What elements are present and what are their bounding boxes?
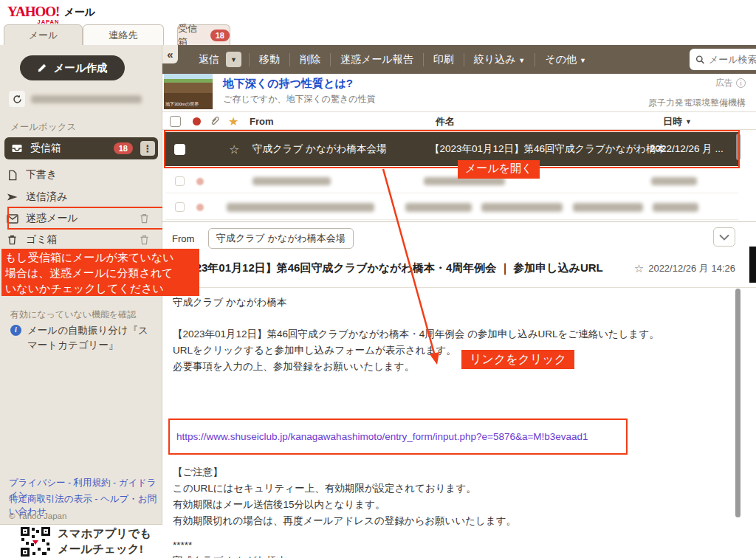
redacted-text [573, 203, 643, 212]
select-all-checkbox[interactable] [170, 112, 181, 131]
redacted-text [227, 203, 374, 212]
refresh-icon[interactable] [9, 91, 25, 107]
pencil-icon [37, 63, 47, 73]
yahoo-mail-page: YAHOO! JAPAN メール メール 連絡先 受信箱 18 メール作成 メー… [0, 0, 756, 558]
filter-button[interactable]: 絞り込み▼ [464, 53, 535, 66]
sidebar-item-drafts[interactable]: 下書き [6, 165, 157, 185]
qr-code [19, 526, 52, 558]
annotation-open-mail: メールを開く [458, 160, 540, 179]
ad-label-text: 広告 [715, 77, 733, 89]
inbox-count-badge: 18 [114, 142, 133, 154]
annotation-click-link: リンクをクリック [461, 350, 574, 369]
spam-note-line3: いないかチェックしてください [5, 280, 196, 296]
tab-inbox[interactable]: 受信箱 18 [177, 24, 230, 46]
yahoo-japan-logo[interactable]: YAHOO! JAPAN メール [7, 4, 95, 25]
other-button[interactable]: その他▼ [535, 53, 596, 66]
list-scrollbar[interactable] [736, 134, 740, 160]
redacted-text [653, 203, 698, 212]
spam-label: 迷惑メール [26, 212, 78, 225]
mail-row-redacted[interactable] [165, 169, 738, 193]
print-button[interactable]: 印刷 [424, 53, 464, 66]
sidebar-item-spam[interactable]: 迷惑メール [6, 209, 157, 228]
detail-date: 2022/12/26 月 14:26 [648, 262, 735, 275]
send-icon [6, 191, 18, 204]
entry-url-highlight-box: https://www.shuseiclub.jp/kanagawahashim… [168, 418, 628, 455]
row-checkbox[interactable] [174, 132, 185, 166]
sidebar-item-inbox[interactable]: 受信箱 18 ⋮ [4, 137, 158, 159]
smart-category-label: メールの自動振り分け『スマートカテゴリー』 [27, 323, 152, 352]
tab-mail-label: メール [29, 29, 58, 42]
annotation-spam-note: もし受信箱にメールが来ていない 場合は、迷惑メールに分類されて いないかチェック… [1, 249, 199, 296]
caret-down-icon: ▼ [518, 57, 525, 64]
mail-detail-pane: From 守成クラブ かながわ橋本会場 【2023年01月12日】第46回守成ク… [162, 221, 756, 558]
ad-label[interactable]: 広告i [715, 77, 746, 89]
detail-star-icon[interactable]: ☆ [634, 262, 644, 275]
row-date: 2022/12/26 月 ... [650, 132, 724, 166]
attachment-column[interactable] [210, 112, 219, 131]
inactive-features-heading: 有効になっていない機能を確認 [10, 309, 136, 321]
smart-category-link[interactable]: i メールの自動振り分け『スマートカテゴリー』 [10, 323, 152, 352]
compose-mail-button[interactable]: メール作成 [20, 55, 125, 80]
sidebar-item-sent[interactable]: 送信済み [6, 187, 157, 207]
chevron-down-icon [719, 234, 729, 241]
reply-button[interactable]: 返信 [189, 53, 229, 66]
ad-banner: 地下300mの世界 地下深くの持つ性質とは? ご存じですか、地下深くの驚きの性質… [162, 74, 756, 111]
mail-search-box[interactable] [690, 49, 756, 70]
report-spam-button[interactable]: 迷惑メール報告 [331, 53, 423, 66]
tab-mail[interactable]: メール [4, 24, 83, 46]
spam-mail-icon [6, 213, 18, 225]
filter-label: 絞り込み [474, 53, 516, 65]
notice-line2: 有効期限はメール送信後15分以内となります。 [173, 498, 385, 512]
ad-subtitle: ご存じですか、地下深くの驚きの性質 [223, 93, 376, 106]
inbox-icon [10, 142, 23, 155]
compose-mail-label: メール作成 [53, 61, 107, 75]
notice-line3: 有効期限切れの場合は、再度メールアドレスの登録からお願いいたします。 [173, 514, 516, 528]
mail-row-redacted[interactable] [165, 193, 738, 220]
search-input[interactable] [709, 54, 756, 65]
main-pane: 返信 ▼ 移動 削除 迷惑メール報告 印刷 絞り込み▼ その他▼ « [162, 45, 756, 558]
inbox-menu-button[interactable]: ⋮ [140, 141, 155, 156]
column-date-label: 日時 [663, 115, 682, 128]
detail-from-label: From [172, 233, 194, 244]
column-from[interactable]: From [250, 112, 274, 131]
ad-info-icon: i [736, 78, 746, 88]
mail-row-selected[interactable]: ☆ 守成クラブ かながわ橋本会場 【2023年01月12日】第46回守成クラブか… [165, 132, 738, 166]
delete-button[interactable]: 削除 [290, 53, 330, 66]
redacted-text [651, 177, 697, 185]
trash-icon[interactable] [138, 213, 151, 225]
unread-dot-column[interactable] [193, 112, 201, 131]
copyright-text: © Yahoo Japan [9, 512, 66, 520]
column-date[interactable]: 日時▼ [663, 112, 692, 131]
redacted-text [405, 203, 472, 212]
star-column[interactable]: ★ [228, 112, 238, 131]
inbox-tab-count-badge: 18 [210, 30, 230, 41]
entry-form-url-link[interactable]: https://www.shuseiclub.jp/kanagawahashim… [176, 431, 588, 442]
reply-dropdown-button[interactable]: ▼ [226, 52, 241, 67]
ad-thumbnail[interactable]: 地下300mの世界 [164, 74, 213, 109]
detail-scrollbar[interactable] [735, 289, 740, 517]
drafts-label: 下書き [26, 168, 57, 182]
trash-can-icon [6, 234, 18, 247]
spam-note-line2: 場合は、迷惑メールに分類されて [5, 265, 196, 280]
body-line2: URLをクリックすると参加申し込みフォームが表示されます。 [173, 344, 456, 357]
sender-chip[interactable]: 守成クラブ かながわ橋本会場 [208, 228, 354, 249]
tab-contacts[interactable]: 連絡先 [83, 24, 164, 46]
app-promo-line1: スマホアプリでも [58, 526, 151, 542]
other-label: その他 [545, 53, 577, 65]
tab-contacts-label: 連絡先 [109, 29, 138, 42]
draft-icon [6, 169, 18, 182]
move-button[interactable]: 移動 [250, 53, 289, 66]
sent-label: 送信済み [26, 190, 67, 204]
app-promo-line2: メールチェック! [58, 542, 151, 557]
sort-caret-icon: ▼ [685, 118, 692, 125]
mail-toolbar: 返信 ▼ 移動 削除 迷惑メール報告 印刷 絞り込み▼ その他▼ [162, 45, 756, 74]
app-promo-banner[interactable]: スマホアプリでも メールチェック! [0, 524, 162, 558]
top-bar: YAHOO! JAPAN メール [0, 0, 756, 24]
collapse-pane-button[interactable]: « [162, 45, 178, 63]
trash-empty-icon[interactable] [138, 234, 151, 247]
sidebar-item-trash[interactable]: ゴミ箱 [6, 230, 157, 249]
collapse-header-button[interactable] [713, 227, 735, 247]
ad-title-link[interactable]: 地下深くの持つ性質とは? [223, 77, 353, 91]
row-star-icon[interactable]: ☆ [229, 132, 239, 166]
column-subject[interactable]: 件名 [436, 112, 455, 131]
